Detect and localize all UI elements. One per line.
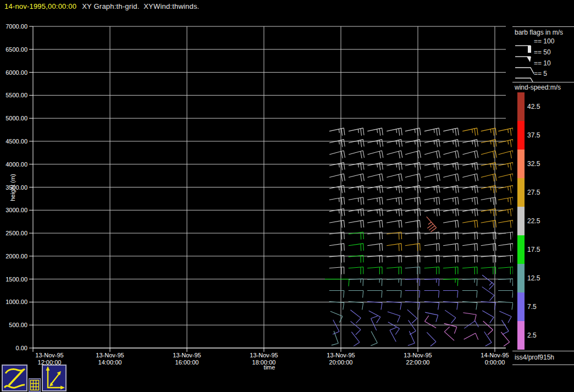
wind-barb <box>443 220 459 228</box>
wind-barb <box>424 140 440 147</box>
wind-barb <box>367 163 383 170</box>
wind-barb <box>443 185 459 193</box>
wind-barb <box>462 302 477 310</box>
wind-barb <box>443 128 459 136</box>
wind-barb <box>349 302 363 310</box>
wind-barb <box>443 174 459 181</box>
x-tick-date: 13-Nov-95 <box>404 352 432 358</box>
wind-barb <box>498 279 513 286</box>
wind-barb <box>424 209 440 217</box>
wind-barb <box>498 163 514 170</box>
colorbar-tick-label: 7.5 <box>527 303 550 311</box>
wind-barb <box>443 209 459 217</box>
wind-barb <box>367 209 383 217</box>
y-tick-label: 6000.00 <box>5 69 27 76</box>
wind-barb <box>443 291 458 298</box>
wind-barb <box>367 291 382 298</box>
zebra-z-icon <box>3 366 26 390</box>
wind-barb <box>481 140 496 147</box>
x-axis-title: time <box>264 364 275 371</box>
y-tick-label: 0.00 <box>16 345 27 351</box>
y-tick-label: 5000.00 <box>5 115 27 122</box>
wind-barb <box>481 244 496 251</box>
wind-barb <box>462 279 477 286</box>
x-tick-date: 13-Nov-95 <box>96 352 124 358</box>
colorbar-segment <box>517 150 525 178</box>
wind-barb <box>424 291 439 298</box>
wind-barb <box>462 163 478 170</box>
wind-barb <box>351 332 360 346</box>
grid-window-icon[interactable] <box>29 378 41 392</box>
wind-barb <box>498 267 513 274</box>
wind-barb <box>387 279 401 286</box>
colorbar-segment <box>517 235 525 264</box>
wind-barb <box>409 320 416 334</box>
wind-barb <box>481 151 496 158</box>
wind-barb <box>445 310 456 323</box>
wind-barb <box>481 302 496 310</box>
wind-barb <box>405 151 421 158</box>
zebra-logo-window-icon[interactable] <box>2 365 27 391</box>
wind-barb <box>367 267 382 274</box>
x-tick-time: 20:00:00 <box>329 359 353 366</box>
wind-barb <box>349 151 364 158</box>
wind-barb <box>482 311 494 323</box>
wind-barb <box>498 220 514 228</box>
wind-barb <box>388 312 400 322</box>
wind-barb <box>405 185 421 193</box>
colorbar-tick-label: 2.5 <box>527 332 550 339</box>
wind-barb <box>443 151 459 158</box>
wind-barb <box>498 128 514 136</box>
wind-barb <box>502 320 509 334</box>
data-source-label: iss4/prof915h <box>515 354 554 361</box>
wind-barb <box>329 291 344 298</box>
wind-barb <box>462 128 478 136</box>
xy-plot-window-icon[interactable] <box>42 365 67 391</box>
colorbar-segment <box>517 207 525 235</box>
legend-item-5: == 5 <box>515 70 573 82</box>
wind-barb <box>443 197 459 205</box>
wind-barb <box>387 209 402 217</box>
x-tick-date: 13-Nov-95 <box>327 352 355 358</box>
wind-barb <box>481 220 496 228</box>
wind-barb <box>349 140 364 147</box>
wind-barb <box>371 316 378 330</box>
wind-barb <box>349 185 364 193</box>
colorbar-tick-label: 32.5 <box>527 160 550 168</box>
x-tick-date: 13-Nov-95 <box>250 352 278 358</box>
colorbar-tick-label: 37.5 <box>527 131 550 139</box>
wind-barb <box>387 174 402 181</box>
legend-item-100: == 100 <box>515 37 573 49</box>
wind-barb <box>462 197 478 205</box>
wind-barb <box>349 267 363 274</box>
wind-barb <box>424 128 440 136</box>
wind-barb <box>424 244 439 251</box>
y-tick-label: 6500.00 <box>5 46 27 53</box>
legend-label: == 50 <box>534 48 551 56</box>
wind-barb <box>405 209 421 217</box>
app-window: 14-nov-1995,00:00:00XY Graph:th-grid. XY… <box>0 0 574 392</box>
xy-plot-icon <box>43 366 65 390</box>
colorbar-segment <box>517 121 525 150</box>
wind-barb <box>329 174 345 181</box>
wind-barb <box>484 332 492 346</box>
y-tick-label: 2000.00 <box>5 253 27 260</box>
wind-barb <box>349 128 364 136</box>
wind-barb <box>462 244 477 251</box>
colorbar-segment <box>517 264 525 292</box>
legend-label: == 5 <box>534 70 547 78</box>
wind-barb <box>481 209 496 217</box>
colorbar-tick-label: 27.5 <box>527 189 550 196</box>
wind-barbs-layer <box>325 128 514 346</box>
wind-barb <box>367 185 383 193</box>
wind-barb <box>424 316 436 328</box>
wind-barb <box>329 185 345 193</box>
x-tick-time: 14:00:00 <box>98 359 122 366</box>
grid-icon <box>29 379 40 391</box>
wind-barb <box>462 209 478 217</box>
wind-barb <box>462 140 478 147</box>
wind-barb <box>462 185 478 193</box>
wind-barb <box>499 311 511 323</box>
legend-label: == 100 <box>534 37 554 45</box>
wind-barb <box>349 209 364 217</box>
